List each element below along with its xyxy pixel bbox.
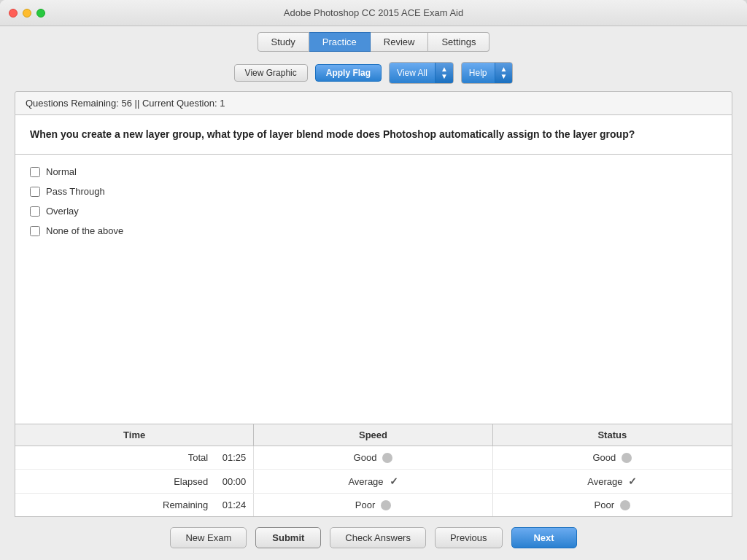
stats-cell-total-time: Total 01:25 xyxy=(15,446,254,469)
help-label: Help xyxy=(462,65,495,81)
total-speed-label: Good xyxy=(354,452,377,463)
help-arrow-icon[interactable]: ▲▼ xyxy=(495,63,513,83)
remaining-speed-label: Poor xyxy=(355,499,375,510)
new-exam-button[interactable]: New Exam xyxy=(170,527,247,548)
elapsed-speed-label: Average xyxy=(348,476,383,487)
previous-button[interactable]: Previous xyxy=(435,527,503,548)
stats-row-remaining: Remaining 01:24 Poor Poor xyxy=(15,494,732,516)
question-box: When you create a new layer group, what … xyxy=(15,115,732,155)
stats-cell-remaining-time: Remaining 01:24 xyxy=(15,494,254,516)
total-status-indicator xyxy=(622,453,632,463)
answer-checkbox-4[interactable] xyxy=(30,226,40,236)
elapsed-label: Elapsed xyxy=(174,476,208,487)
main-content: Questions Remaining: 56 || Current Quest… xyxy=(0,91,747,517)
stats-cell-elapsed-status: Average ✓ xyxy=(493,470,732,493)
stats-header: Time Speed Status xyxy=(15,424,732,446)
titlebar: Adobe Photoshop CC 2015 ACE Exam Aid xyxy=(0,0,747,26)
next-button[interactable]: Next xyxy=(511,527,577,548)
stats-row-total: Total 01:25 Good Good xyxy=(15,446,732,470)
answer-checkbox-2[interactable] xyxy=(30,187,40,197)
info-bar: Questions Remaining: 56 || Current Quest… xyxy=(15,91,732,115)
view-graphic-button[interactable]: View Graphic xyxy=(234,64,308,82)
maximize-button[interactable] xyxy=(36,9,45,18)
view-all-arrow-icon[interactable]: ▲▼ xyxy=(435,63,453,83)
elapsed-status-label: Average xyxy=(587,476,622,487)
check-answers-button[interactable]: Check Answers xyxy=(330,527,426,548)
answer-checkbox-1[interactable] xyxy=(30,167,40,177)
tab-review[interactable]: Review xyxy=(371,32,429,52)
answer-option-2[interactable]: Pass Through xyxy=(30,186,717,197)
stats-table: Time Speed Status Total 01:25 Good Good xyxy=(15,424,732,517)
stats-header-status: Status xyxy=(493,424,732,446)
stats-cell-remaining-status: Poor xyxy=(493,494,732,516)
elapsed-speed-check-icon: ✓ xyxy=(390,475,398,487)
view-all-label: View All xyxy=(390,65,435,81)
tab-bar: Study Practice Review Settings xyxy=(0,26,747,58)
tab-settings[interactable]: Settings xyxy=(428,32,489,52)
answer-option-4[interactable]: None of the above xyxy=(30,225,717,236)
remaining-status-indicator xyxy=(620,500,630,510)
total-label: Total xyxy=(188,452,208,463)
help-select[interactable]: Help ▲▼ xyxy=(461,62,514,84)
toolbar: View Graphic Apply Flag View All ▲▼ Help… xyxy=(0,58,747,91)
remaining-status-label: Poor xyxy=(595,499,614,510)
stats-cell-elapsed-speed: Average ✓ xyxy=(254,470,492,493)
close-button[interactable] xyxy=(9,9,18,18)
answer-label-3: Overlay xyxy=(46,206,79,217)
total-status-label: Good xyxy=(592,452,616,463)
stats-cell-elapsed-time: Elapsed 00:00 xyxy=(15,470,254,493)
stats-cell-total-speed: Good xyxy=(254,446,492,469)
answer-label-1: Normal xyxy=(46,166,77,177)
answer-label-2: Pass Through xyxy=(46,186,105,197)
answers-box: Normal Pass Through Overlay None of the … xyxy=(15,155,732,424)
answer-option-3[interactable]: Overlay xyxy=(30,206,717,217)
view-all-select[interactable]: View All ▲▼ xyxy=(389,62,454,84)
questions-remaining-text: Questions Remaining: 56 || Current Quest… xyxy=(26,98,225,109)
tab-practice[interactable]: Practice xyxy=(309,32,371,52)
elapsed-status-check-icon: ✓ xyxy=(628,475,637,487)
tab-study[interactable]: Study xyxy=(258,32,309,52)
submit-button[interactable]: Submit xyxy=(255,527,321,548)
main-window: Adobe Photoshop CC 2015 ACE Exam Aid Stu… xyxy=(0,0,747,560)
window-title: Adobe Photoshop CC 2015 ACE Exam Aid xyxy=(284,7,463,18)
stats-header-speed: Speed xyxy=(254,424,492,446)
remaining-label: Remaining xyxy=(163,499,208,510)
total-speed-indicator xyxy=(382,453,392,463)
stats-cell-total-status: Good xyxy=(493,446,732,469)
answer-option-1[interactable]: Normal xyxy=(30,166,717,177)
answer-label-4: None of the above xyxy=(46,225,123,236)
stats-row-elapsed: Elapsed 00:00 Average ✓ Average ✓ xyxy=(15,470,732,494)
elapsed-value: 00:00 xyxy=(222,476,247,487)
stats-cell-remaining-speed: Poor xyxy=(254,494,492,516)
remaining-speed-indicator xyxy=(381,500,391,510)
question-text: When you create a new layer group, what … xyxy=(30,128,635,140)
remaining-value: 01:24 xyxy=(222,499,247,510)
total-value: 01:25 xyxy=(222,452,247,463)
traffic-lights xyxy=(9,9,45,18)
answer-checkbox-3[interactable] xyxy=(30,206,40,217)
bottom-bar: New Exam Submit Check Answers Previous N… xyxy=(0,517,747,560)
stats-header-time: Time xyxy=(15,424,254,446)
apply-flag-button[interactable]: Apply Flag xyxy=(315,64,382,82)
minimize-button[interactable] xyxy=(23,9,31,18)
